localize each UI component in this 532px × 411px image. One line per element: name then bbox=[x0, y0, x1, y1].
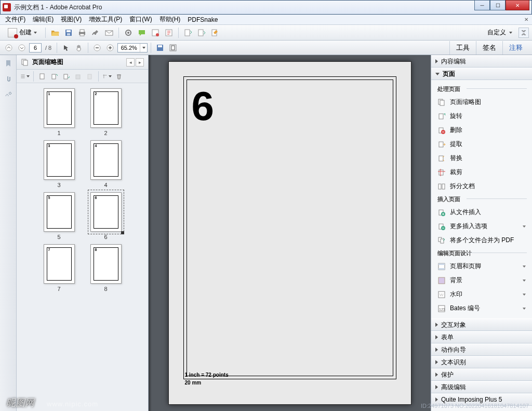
create-button[interactable]: 创建 bbox=[3, 26, 42, 39]
tool-more-insert[interactable]: 更多插入选项 bbox=[431, 219, 532, 233]
thumb-rotate-cw-button[interactable] bbox=[61, 71, 71, 82]
zoom-out-button[interactable] bbox=[91, 42, 103, 54]
signature-rail-icon[interactable] bbox=[3, 89, 14, 100]
thumbnail-item[interactable]: 44 bbox=[90, 140, 122, 188]
customize-button[interactable]: 自定义 bbox=[483, 27, 516, 38]
page-up-button[interactable] bbox=[3, 42, 15, 54]
thumb-rotate-ccw-button[interactable] bbox=[49, 71, 59, 82]
open-button[interactable] bbox=[49, 27, 61, 38]
thumb-new-button[interactable] bbox=[37, 71, 47, 82]
stamp-button[interactable] bbox=[163, 27, 175, 38]
sign-icon-button[interactable] bbox=[90, 27, 101, 38]
pages-icon bbox=[21, 58, 29, 67]
settings-button[interactable] bbox=[123, 27, 134, 38]
thumb-crop-button[interactable] bbox=[102, 71, 112, 82]
tool-crop[interactable]: 裁剪 bbox=[431, 165, 532, 179]
section-protect[interactable]: 保护 bbox=[431, 368, 532, 381]
page-mm-label: 20 mm bbox=[185, 380, 202, 386]
thumbnail-item[interactable]: 33 bbox=[44, 140, 75, 188]
app-icon bbox=[3, 3, 11, 11]
thumb-next-button[interactable]: ▸ bbox=[136, 58, 144, 67]
tool-split[interactable]: 拆分文档 bbox=[431, 179, 532, 193]
section-forms[interactable]: 表单 bbox=[431, 331, 532, 343]
tab-tools[interactable]: 工具 bbox=[449, 41, 476, 55]
thumbnail-item[interactable]: 66 bbox=[90, 192, 122, 240]
rotate-button[interactable] bbox=[182, 27, 194, 38]
tool-background[interactable]: 背景 bbox=[431, 273, 532, 287]
page-total-label: / 8 bbox=[43, 45, 54, 51]
tool-delete[interactable]: 删除 bbox=[431, 123, 532, 137]
section-ocr[interactable]: 文本识别 bbox=[431, 356, 532, 368]
print-button[interactable] bbox=[76, 27, 88, 38]
expand-toolbar-button[interactable] bbox=[518, 28, 529, 38]
section-content-edit[interactable]: 内容编辑 bbox=[431, 55, 532, 68]
minimize-button[interactable]: ─ bbox=[474, 0, 490, 10]
tab-comment[interactable]: 注释 bbox=[502, 41, 529, 55]
tab-sign[interactable]: 签名 bbox=[476, 41, 502, 55]
tool-thumbnails[interactable]: 页面缩略图 bbox=[431, 95, 532, 109]
attachment-rail-icon[interactable] bbox=[3, 74, 14, 84]
svg-rect-1 bbox=[66, 30, 71, 32]
tool-bates[interactable]: 123Bates 编号 bbox=[431, 301, 532, 315]
comment-button[interactable] bbox=[136, 27, 148, 38]
edit-button[interactable] bbox=[209, 27, 221, 38]
close-button[interactable]: ✕ bbox=[506, 0, 529, 10]
section-advanced-edit[interactable]: 高级编辑 bbox=[431, 381, 532, 393]
menubar: 文件(F) 编辑(E) 视图(V) 增效工具(P) 窗口(W) 帮助(H) PD… bbox=[0, 15, 532, 25]
thumb-trash-button[interactable] bbox=[114, 71, 124, 82]
menu-window[interactable]: 窗口(W) bbox=[126, 14, 155, 25]
svg-rect-22 bbox=[171, 46, 175, 50]
section-actions[interactable]: 动作向导 bbox=[431, 343, 532, 356]
section-pages[interactable]: 页面 bbox=[431, 68, 532, 80]
page-number-input[interactable] bbox=[29, 43, 42, 52]
tool-extract[interactable]: 提取 bbox=[431, 137, 532, 151]
maximize-button[interactable]: ☐ bbox=[490, 0, 506, 10]
select-tool-button[interactable] bbox=[60, 42, 72, 54]
thumbnail-item[interactable]: 22 bbox=[90, 88, 122, 136]
save-button[interactable] bbox=[63, 27, 74, 38]
thumbnail-panel: 页面缩略图 ◂ ▸ 1122334455667788 bbox=[17, 55, 149, 411]
document-view[interactable]: 6 1 inch = 72 points 20 mm bbox=[149, 55, 431, 411]
svg-point-15 bbox=[6, 45, 12, 51]
thumbnail-grid: 1122334455667788 bbox=[17, 83, 148, 411]
tool-replace[interactable]: 替换 bbox=[431, 151, 532, 165]
tool-insert-file[interactable]: 从文件插入 bbox=[431, 205, 532, 219]
tool-combine[interactable]: 将多个文件合并为 PDF bbox=[431, 233, 532, 247]
thumbnail-item[interactable]: 55 bbox=[44, 192, 75, 240]
thumbnail-item[interactable]: 88 bbox=[90, 244, 122, 292]
menu-file[interactable]: 文件(F) bbox=[2, 14, 29, 25]
thumbnail-item[interactable]: 11 bbox=[44, 88, 75, 136]
hand-tool-button[interactable] bbox=[73, 42, 85, 54]
thumbnail-item[interactable]: 77 bbox=[44, 244, 75, 292]
svg-rect-25 bbox=[40, 74, 44, 79]
tool-watermark[interactable]: W水印 bbox=[431, 287, 532, 301]
window-title: 示例文档 1 - Adobe Acrobat Pro bbox=[14, 3, 474, 12]
menu-pdfsnake[interactable]: PDFSnake bbox=[184, 15, 221, 24]
tool-header-footer[interactable]: 页眉和页脚 bbox=[431, 259, 532, 273]
thumb-prev-button[interactable]: ◂ bbox=[126, 58, 135, 67]
thumb-extract-button[interactable] bbox=[85, 71, 95, 82]
tool-rotate[interactable]: 旋转 bbox=[431, 109, 532, 123]
zoom-combo[interactable]: 65.2% bbox=[117, 43, 148, 52]
extract-button[interactable] bbox=[196, 27, 207, 38]
bookmark-button[interactable] bbox=[150, 27, 161, 38]
create-pdf-icon bbox=[8, 28, 17, 37]
thumb-delete-button[interactable] bbox=[73, 71, 83, 82]
menu-edit[interactable]: 编辑(E) bbox=[30, 14, 57, 25]
zoom-in-button[interactable] bbox=[104, 42, 116, 54]
menubar-close-icon[interactable]: ✕ bbox=[523, 16, 530, 23]
menu-view[interactable]: 视图(V) bbox=[58, 14, 85, 25]
save-alt-button[interactable] bbox=[154, 42, 166, 54]
svg-rect-29 bbox=[88, 74, 91, 79]
svg-rect-48 bbox=[438, 268, 445, 270]
menu-help[interactable]: 帮助(H) bbox=[156, 14, 184, 25]
section-interactive[interactable]: 交互对象 bbox=[431, 319, 532, 331]
svg-rect-13 bbox=[198, 30, 203, 36]
svg-rect-32 bbox=[439, 114, 443, 119]
thumb-options-button[interactable] bbox=[20, 71, 30, 82]
menu-plugins[interactable]: 增效工具(P) bbox=[86, 14, 125, 25]
email-button[interactable] bbox=[103, 27, 115, 38]
fit-page-button[interactable] bbox=[167, 42, 179, 54]
bookmark-rail-icon[interactable] bbox=[3, 58, 14, 69]
page-down-button[interactable] bbox=[16, 42, 28, 54]
